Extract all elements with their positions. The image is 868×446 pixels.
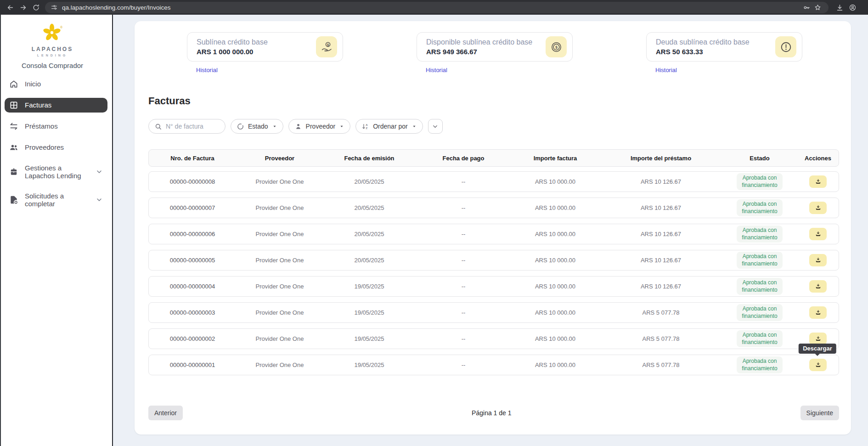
arrow-left-icon: [6, 4, 14, 11]
sidebar-item-label: Proveedores: [25, 143, 94, 151]
header-cell-loan-amount: Importe del préstamo: [599, 155, 723, 162]
download-button[interactable]: [809, 228, 827, 240]
actions-cell: [796, 306, 840, 319]
actions-cell: [796, 175, 840, 188]
status-cell: Aprobada con financiamiento: [723, 199, 796, 216]
sidebar-item-label: Préstamos: [25, 122, 94, 130]
sidebar-item-label: Facturas: [25, 101, 94, 109]
payment-date-cell: --: [415, 309, 512, 316]
invoice-search-field[interactable]: [148, 119, 225, 134]
briefcase-icon: [9, 167, 18, 176]
search-icon: [154, 123, 162, 130]
next-page-button[interactable]: Siguiente: [800, 406, 839, 420]
provider-cell: Provider One One: [236, 178, 323, 185]
sidebar-item-gestiones[interactable]: Gestiones a Lapachos Lending: [5, 161, 107, 183]
download-tray-icon: [815, 231, 822, 237]
invoice-number-cell: 00000-00000008: [149, 178, 236, 185]
invoices-table: Nro. de Factura Proveedor Fecha de emisi…: [148, 149, 839, 375]
summary-card-disponible: Disponible sublínea crédito base ARS 949…: [417, 32, 573, 62]
download-button[interactable]: [809, 254, 827, 266]
browser-reload-button[interactable]: [29, 1, 42, 14]
table-row: 00000-00000002 Provider One One 19/05/20…: [148, 328, 839, 349]
ordenar-filter-dropdown[interactable]: AZ Ordenar por: [355, 119, 423, 134]
more-filters-button[interactable]: [428, 119, 443, 134]
table-row: 00000-00000008 Provider One One 20/05/20…: [148, 171, 839, 192]
status-cell: Aprobada con financiamiento: [723, 173, 796, 190]
invoice-amount-cell: ARS 10 000.00: [512, 178, 599, 185]
logo-subtitle: LENDING: [1, 54, 104, 57]
svg-text:A: A: [366, 124, 368, 126]
loan-amount-cell: ARS 10 126.67: [599, 204, 723, 211]
invoice-amount-cell: ARS 10 000.00: [512, 257, 599, 264]
download-button[interactable]: [809, 306, 827, 319]
actions-cell: [796, 359, 840, 371]
browser-toolbar: qa.lapachoslending.com/buyer/Invoices: [0, 0, 868, 15]
filters-row: Estado Proveedor AZ: [148, 119, 839, 134]
historial-link[interactable]: Historial: [426, 67, 447, 73]
search-input[interactable]: [166, 123, 219, 130]
header-cell-invoice: Nro. de Factura: [149, 155, 236, 162]
estado-filter-dropdown[interactable]: Estado: [231, 119, 283, 134]
sidebar-item-label: Gestiones a Lapachos Lending: [25, 164, 89, 180]
invoice-amount-cell: ARS 10 000.00: [512, 204, 599, 211]
caret-down-icon: [411, 124, 417, 129]
coins-icon: $: [546, 36, 567, 57]
provider-cell: Provider One One: [236, 335, 323, 342]
header-cell-invoice-amount: Importe factura: [512, 155, 599, 162]
proveedor-filter-dropdown[interactable]: Proveedor: [288, 119, 351, 134]
chevron-down-icon: [432, 123, 439, 130]
arrow-right-icon: [19, 4, 27, 11]
sidebar-item-prestamos[interactable]: Préstamos: [5, 119, 107, 134]
historial-link[interactable]: Historial: [655, 67, 677, 73]
browser-forward-button[interactable]: [17, 1, 29, 14]
profile-icon[interactable]: [846, 1, 859, 14]
downloads-icon[interactable]: [833, 1, 846, 14]
svg-text:$: $: [327, 42, 329, 46]
site-info-icon[interactable]: [51, 4, 58, 11]
download-button[interactable]: [809, 202, 827, 214]
sidebar-item-solicitudes[interactable]: Solicitudes a completar: [5, 189, 107, 211]
download-tooltip: Descargar: [799, 344, 836, 354]
sidebar-item-proveedores[interactable]: Proveedores: [5, 140, 107, 155]
status-badge: Aprobada con financiamiento: [737, 304, 783, 321]
download-tray-icon: [815, 204, 822, 211]
caret-down-icon: [272, 124, 277, 129]
sidebar-item-facturas[interactable]: Facturas: [5, 98, 107, 113]
bookmark-star-icon[interactable]: [812, 2, 823, 13]
download-button[interactable]: [809, 175, 827, 188]
header-cell-status: Estado: [723, 155, 796, 162]
download-tray-icon: [815, 361, 822, 368]
historial-link[interactable]: Historial: [196, 67, 218, 73]
actions-cell: [796, 254, 840, 266]
logo-wordmark: LAPACHOS: [1, 46, 104, 52]
browser-back-button[interactable]: [4, 1, 17, 14]
status-cell: Aprobada con financiamiento: [723, 226, 796, 243]
download-button[interactable]: [809, 333, 827, 345]
download-button[interactable]: [809, 359, 827, 371]
loan-amount-cell: ARS 5 077.78: [599, 335, 723, 342]
caret-down-icon: [339, 124, 344, 129]
actions-cell: [796, 202, 840, 214]
download-button[interactable]: [809, 280, 827, 293]
chevron-down-icon: [96, 196, 103, 203]
status-cell: Aprobada con financiamiento: [723, 278, 796, 295]
url-bar[interactable]: qa.lapachoslending.com/buyer/Invoices: [45, 2, 829, 13]
loan-amount-cell: ARS 10 126.67: [599, 178, 723, 185]
table-row: 00000-00000005 Provider One One 20/05/20…: [148, 250, 839, 271]
provider-cell: Provider One One: [236, 361, 323, 368]
password-key-icon[interactable]: [801, 2, 812, 13]
payment-date-cell: --: [415, 283, 512, 290]
table-row: 00000-00000004 Provider One One 19/05/20…: [148, 276, 839, 297]
home-icon: [9, 79, 18, 89]
summary-card-title: Sublínea crédito base: [197, 38, 268, 46]
provider-cell: Provider One One: [236, 309, 323, 316]
prev-page-button[interactable]: Anterior: [148, 406, 183, 420]
browser-menu-icon[interactable]: [859, 1, 864, 14]
loan-amount-cell: ARS 10 126.67: [599, 283, 723, 290]
sidebar-item-inicio[interactable]: Inicio: [5, 77, 107, 91]
invoices-grid-icon: [9, 101, 18, 110]
table-row: 00000-00000006 Provider One One 20/05/20…: [148, 224, 839, 244]
download-tray-icon: [815, 335, 822, 342]
payment-date-cell: --: [415, 204, 512, 211]
status-cell: Aprobada con financiamiento: [723, 304, 796, 321]
